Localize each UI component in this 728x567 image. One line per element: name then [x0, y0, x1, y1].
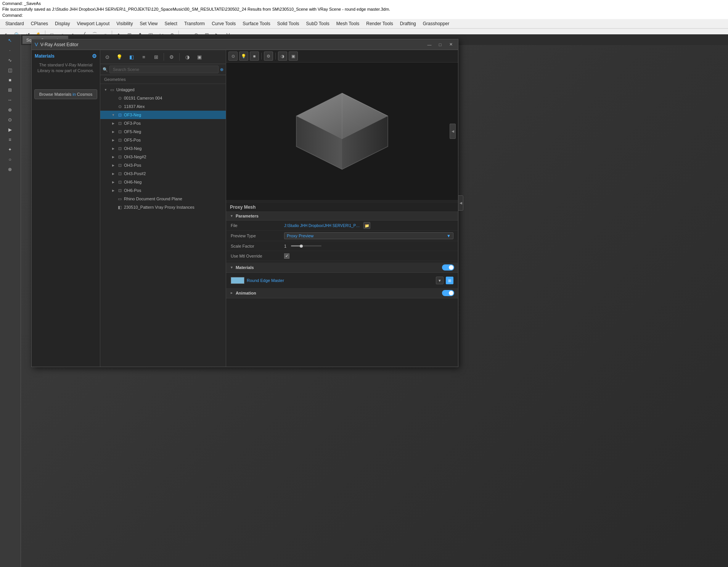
menu-set-view[interactable]: Set View: [137, 20, 161, 27]
scene-icon-frame2[interactable]: ▣: [194, 52, 205, 62]
scale-slider-thumb: [300, 245, 303, 248]
tree-item-oh3pos2[interactable]: ▶ ⊡ OH3-Pos#2: [100, 169, 226, 178]
browse-cosmos-button[interactable]: Browse Materials in Cosmos: [34, 89, 97, 99]
scale-label: Scale Factor: [231, 244, 284, 248]
menu-cplanes[interactable]: CPlanes: [28, 20, 51, 27]
tool-select[interactable]: ↖: [1, 36, 19, 45]
preview-type-dropdown[interactable]: Proxy Preview ▼: [284, 232, 453, 239]
menu-display[interactable]: Display: [52, 20, 73, 27]
tool-gumball[interactable]: ⊗: [1, 165, 19, 174]
material-link-btn[interactable]: ⊞: [446, 277, 453, 284]
tree-item-ground-plane[interactable]: ▭ Rhino Document Ground Plane: [100, 195, 226, 203]
tool-transform[interactable]: ⊕: [1, 105, 19, 114]
animation-section-header[interactable]: ▼ Animation: [226, 288, 458, 298]
tree-item-of3neg[interactable]: ▼ ⊡ OF3-Neg: [100, 111, 226, 119]
properties-panel: Proxy Mesh ▼ Parameters File J:\Studio J…: [226, 200, 458, 367]
maximize-button[interactable]: □: [436, 40, 444, 49]
menu-select[interactable]: Select: [162, 20, 180, 27]
material-dropdown-btn[interactable]: ▼: [436, 277, 444, 284]
material-name[interactable]: Round Edge Master: [247, 278, 434, 283]
mesh-icon-oh3neg2: ⊡: [117, 154, 122, 159]
tool-surface[interactable]: ◫: [1, 66, 19, 75]
preview-btn-cube[interactable]: ■: [250, 52, 259, 61]
menu-drafting[interactable]: Drafting: [397, 20, 419, 27]
scene-icon-geometry[interactable]: ◧: [126, 52, 137, 62]
tool-dim[interactable]: ↔: [1, 95, 19, 105]
scale-slider[interactable]: [291, 245, 321, 246]
tool-layers[interactable]: ≡: [1, 135, 19, 144]
tree-item-of5neg[interactable]: ▶ ⊡ OF5-Neg: [100, 127, 226, 136]
scale-slider-fill: [291, 245, 300, 246]
preview-collapse-button[interactable]: ◀: [450, 124, 456, 139]
parameters-section-header[interactable]: ▼ Parameters: [226, 212, 458, 221]
tree-item-untagged[interactable]: ▼ ▭ Untagged: [100, 85, 226, 94]
menu-render-tools[interactable]: Render Tools: [363, 20, 396, 27]
menu-mesh-tools[interactable]: Mesh Tools: [333, 20, 362, 27]
menu-viewport-layout[interactable]: Viewport Layout: [74, 20, 112, 27]
animation-toggle-switch[interactable]: [442, 290, 454, 296]
scene-icon-sphere[interactable]: ⊙: [102, 52, 112, 62]
mesh-icon-of5neg: ⊡: [117, 129, 122, 134]
tree-item-oh3neg[interactable]: ▶ ⊡ OH3-Neg: [100, 144, 226, 153]
scene-icon-stack[interactable]: ≡: [138, 52, 149, 62]
materials-content: Round Edge Master ▼ ⊞: [226, 273, 458, 288]
geo-icon-cameron: ⊙: [117, 95, 122, 101]
tool-mesh[interactable]: ⊞: [1, 85, 19, 95]
preview-toolbar-row: ⊙ 💡 ■ ⚙ ◑ ▣: [226, 50, 458, 63]
tree-item-oh6pos[interactable]: ▶ ⊡ OH6-Pos: [100, 186, 226, 195]
menu-curve-tools[interactable]: Curve Tools: [209, 20, 239, 27]
animation-toggle[interactable]: [442, 290, 454, 296]
menu-grasshopper[interactable]: Grasshopper: [420, 20, 452, 27]
tree-item-of3pos[interactable]: ▶ ⊡ OF3-Pos: [100, 119, 226, 127]
expand-alex: [111, 104, 116, 109]
tree-item-of5pos[interactable]: ▶ ⊡ OF5-Pos: [100, 136, 226, 144]
tree-item-oh3pos[interactable]: ▶ ⊡ OH3-Pos: [100, 161, 226, 169]
right-panel: ⊙ 💡 ■ ⚙ ◑ ▣: [226, 50, 458, 367]
scene-icon-settings[interactable]: ⚙: [166, 52, 177, 62]
menu-visibility[interactable]: Visibility: [113, 20, 136, 27]
tree-item-oh6neg[interactable]: ▶ ⊡ OH6-Neg: [100, 178, 226, 186]
mtl-override-checkbox[interactable]: ✓: [284, 253, 289, 259]
menu-standard[interactable]: Standard: [2, 20, 27, 27]
tree-label-cameron: 00191 Cameron 004: [124, 96, 223, 100]
preview-btn-light[interactable]: 💡: [239, 52, 248, 61]
file-browse-button[interactable]: 📁: [363, 222, 370, 229]
tree-label-ground: Rhino Document Ground Plane: [124, 197, 223, 201]
minimize-button[interactable]: —: [425, 40, 434, 49]
expand-of3pos: ▶: [111, 121, 116, 126]
materials-section-header[interactable]: ▼ Materials: [226, 263, 458, 273]
menu-transform[interactable]: Transform: [181, 20, 208, 27]
materials-settings-icon[interactable]: ⚙: [92, 53, 97, 59]
search-input[interactable]: [109, 66, 219, 73]
tool-point[interactable]: ·: [1, 46, 19, 55]
tool-analyze[interactable]: ⊙: [1, 115, 19, 124]
search-filter-icon[interactable]: ⊕: [220, 67, 223, 72]
tree-item-oh3neg2[interactable]: ▶ ⊡ OH3-Neg#2: [100, 153, 226, 161]
tool-snap[interactable]: ✦: [1, 145, 19, 154]
preview-btn-frame[interactable]: ▣: [289, 52, 298, 61]
menu-solid-tools[interactable]: Solid Tools: [274, 20, 302, 27]
tool-curve[interactable]: ∿: [1, 56, 19, 65]
mesh-icon-oh3neg: ⊡: [117, 146, 122, 151]
expand-pattern: [111, 205, 116, 209]
menu-subd-tools[interactable]: SubD Tools: [303, 20, 333, 27]
tool-solid[interactable]: ■: [1, 76, 19, 85]
tool-osnap[interactable]: ○: [1, 155, 19, 164]
tree-item-alex[interactable]: ⊙ 11837 Alex: [100, 102, 226, 111]
scene-icon-light[interactable]: 💡: [114, 52, 125, 62]
materials-toggle-switch[interactable]: [442, 264, 454, 271]
menu-surface-tools[interactable]: Surface Tools: [239, 20, 273, 27]
mesh-icon-oh3pos: ⊡: [117, 163, 122, 168]
tree-item-cameron[interactable]: ⊙ 00191 Cameron 004: [100, 94, 226, 102]
material-color-swatch[interactable]: [231, 277, 244, 284]
close-button[interactable]: ✕: [447, 40, 455, 49]
tool-render-local[interactable]: ▶: [1, 125, 19, 134]
preview-btn-sphere[interactable]: ⊙: [228, 52, 238, 61]
tree-item-pattern[interactable]: ◧ 230510_Pattern Vray Proxy Instances: [100, 203, 226, 211]
materials-toggle[interactable]: [442, 264, 454, 271]
scene-icon-cup[interactable]: ◑: [182, 52, 193, 62]
preview-btn-cup[interactable]: ◑: [278, 52, 287, 61]
menu-bar: Standard CPlanes Display Viewport Layout…: [0, 19, 728, 29]
preview-btn-settings[interactable]: ⚙: [264, 52, 273, 61]
scene-icon-frame[interactable]: ⊞: [151, 52, 161, 62]
